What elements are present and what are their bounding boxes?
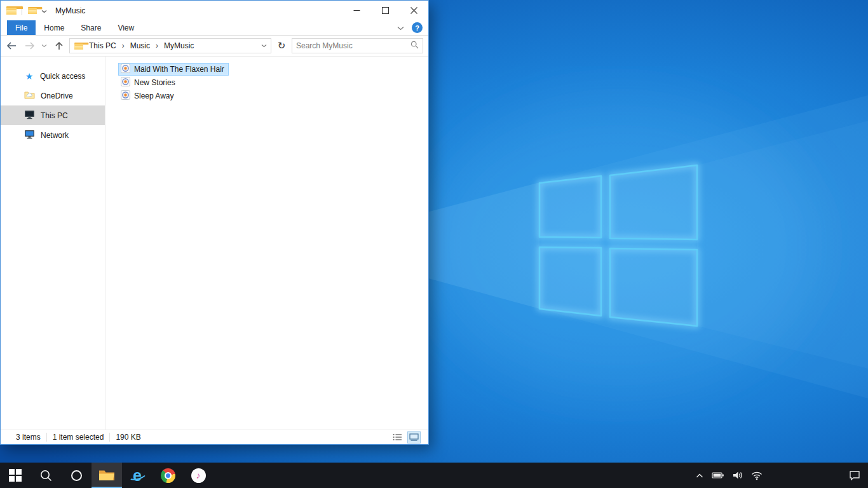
taskbar-search-button[interactable] [31, 463, 61, 488]
maximize-button[interactable] [371, 1, 400, 20]
file-name: New Stories [134, 78, 175, 87]
qat-chevron-down-icon[interactable] [41, 6, 47, 15]
chrome-button[interactable] [153, 463, 183, 488]
windows-start-icon [9, 469, 22, 482]
taskbar-file-explorer-button[interactable] [92, 463, 122, 488]
up-button[interactable] [51, 38, 67, 54]
selection-count: 1 item selected [53, 433, 104, 442]
battery-icon[interactable] [712, 470, 724, 480]
sidebar-item-network[interactable]: Network [1, 125, 105, 145]
quick-access-star-icon: ★ [24, 72, 34, 81]
tab-home[interactable]: Home [36, 20, 72, 35]
desktop: MyMusic File Home Share View [0, 0, 868, 488]
onedrive-folder-cloud-icon [24, 90, 35, 101]
minimize-button[interactable] [342, 1, 371, 20]
search-icon[interactable] [410, 41, 419, 51]
qat-folder-icon[interactable] [28, 7, 37, 14]
sidebar-item-onedrive[interactable]: OneDrive [1, 86, 105, 105]
computer-monitor-icon [24, 110, 35, 121]
file-item-maid-with-the-flaxen-hair[interactable]: Maid With The Flaxen Hair [118, 63, 229, 76]
recent-locations-chevron-icon[interactable] [40, 38, 48, 54]
address-bar[interactable]: This PC › Music › MyMusic [69, 38, 271, 53]
file-explorer-window: MyMusic File Home Share View [0, 0, 429, 445]
file-name: Sleep Away [134, 92, 174, 100]
sidebar-item-quick-access[interactable]: ★ Quick access [1, 66, 105, 86]
status-separator [109, 433, 110, 442]
caption-buttons [342, 1, 428, 20]
address-history-chevron-icon[interactable] [258, 44, 269, 48]
sidebar-item-this-pc[interactable]: This PC [1, 105, 105, 125]
media-file-icon [121, 90, 130, 102]
window-title: MyMusic [55, 6, 85, 15]
tab-file[interactable]: File [7, 20, 36, 35]
breadcrumb-mymusic[interactable]: MyMusic [160, 41, 198, 50]
taskbar: e ♪ [0, 463, 868, 488]
system-tray [695, 463, 868, 488]
navigation-pane: ★ Quick access OneDrive This PC [1, 57, 105, 430]
network-monitor-icon [24, 130, 35, 141]
back-button[interactable] [3, 38, 19, 54]
volume-icon[interactable] [732, 470, 743, 480]
file-item-new-stories[interactable]: New Stories [118, 76, 180, 89]
itunes-button[interactable]: ♪ [183, 463, 214, 488]
internet-explorer-icon: e [128, 467, 146, 484]
large-icons-view-button[interactable] [407, 431, 421, 444]
file-list-pane: Maid With The Flaxen Hair New Stories Sl… [105, 57, 428, 430]
media-file-icon [121, 77, 130, 88]
media-file-icon [121, 64, 130, 75]
search-icon [39, 469, 53, 482]
file-name: Maid With The Flaxen Hair [134, 65, 224, 74]
ribbon-expand-chevron-icon[interactable] [397, 24, 404, 32]
tab-share[interactable]: Share [72, 20, 109, 35]
forward-button[interactable] [22, 38, 37, 54]
items-count: 3 items [16, 433, 41, 442]
internet-explorer-button[interactable]: e [122, 463, 153, 488]
search-input[interactable] [296, 41, 410, 50]
window-main: ★ Quick access OneDrive This PC [1, 57, 428, 430]
refresh-button[interactable]: ↻ [274, 40, 289, 51]
navigation-bar: This PC › Music › MyMusic ↻ [1, 36, 428, 57]
ribbon-tabs: File Home Share View ? [1, 20, 428, 36]
status-bar: 3 items 1 item selected 190 KB [1, 430, 428, 444]
window-folder-icon[interactable] [6, 6, 17, 15]
breadcrumb-separator: › [121, 41, 125, 50]
cortana-icon [71, 470, 82, 481]
breadcrumb-music[interactable]: Music [126, 41, 154, 50]
close-button[interactable] [400, 1, 428, 20]
cortana-button[interactable] [61, 463, 92, 488]
itunes-icon: ♪ [191, 468, 206, 483]
tab-view[interactable]: View [109, 20, 142, 35]
file-explorer-icon [98, 469, 115, 482]
hidden-icons-chevron-icon[interactable] [695, 472, 704, 478]
selection-size: 190 KB [116, 433, 140, 442]
file-item-sleep-away[interactable]: Sleep Away [118, 90, 179, 102]
chrome-icon [161, 468, 175, 483]
breadcrumb-this-pc[interactable]: This PC [85, 41, 120, 50]
action-center-icon[interactable] [849, 470, 860, 480]
address-folder-icon[interactable] [74, 42, 83, 49]
start-button[interactable] [0, 463, 31, 488]
wifi-network-icon[interactable] [751, 470, 763, 480]
details-view-button[interactable] [391, 431, 404, 444]
status-separator [46, 433, 47, 442]
help-button[interactable]: ? [412, 22, 423, 33]
search-box[interactable] [292, 38, 423, 53]
breadcrumb-separator: › [155, 41, 159, 50]
titlebar[interactable]: MyMusic [1, 1, 428, 20]
